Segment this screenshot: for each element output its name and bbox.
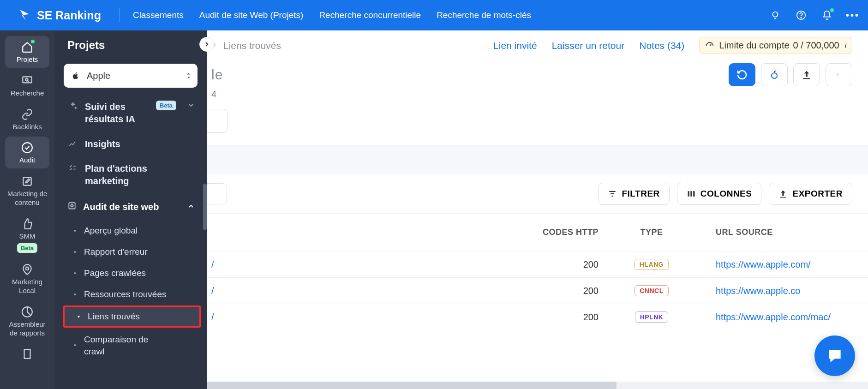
account-limit-badge[interactable]: Limite du compte 0 / 700,000 i: [699, 37, 852, 54]
link-laisser-retour[interactable]: Laisser un retour: [552, 40, 625, 51]
cell-type: CNNCL: [599, 285, 705, 296]
menu-label: Insights: [85, 139, 120, 150]
nav-recherche-mots-cles[interactable]: Recherche de mots-clés: [437, 10, 531, 20]
menu-insights[interactable]: Insights: [54, 132, 204, 156]
collapse-panel-button[interactable]: [199, 37, 214, 52]
bell-icon[interactable]: [821, 9, 833, 21]
side-panel-title: Projets: [67, 39, 105, 52]
sub-label: Rapport d'erreur: [84, 247, 148, 257]
export-label: EXPORTER: [792, 189, 843, 199]
svg-point-19: [838, 74, 838, 75]
side-scrollbar[interactable]: [203, 184, 207, 387]
svg-point-17: [775, 71, 777, 72]
filter-area: [207, 107, 868, 146]
link-notes[interactable]: Notes (34): [639, 40, 684, 51]
analysis-button[interactable]: [761, 63, 788, 86]
rail-label: Recherche: [11, 89, 44, 98]
sub-label: Ressources trouvées: [84, 289, 166, 299]
export-button[interactable]: EXPORTER: [769, 183, 852, 205]
sub-label: Aperçu global: [84, 226, 138, 236]
refresh-button[interactable]: [729, 63, 755, 86]
sub-apercu-global[interactable]: Aperçu global: [60, 220, 204, 241]
source-link[interactable]: https://www.apple.co: [716, 286, 800, 296]
cell-url-fragment[interactable]: /: [211, 312, 214, 323]
tag-input[interactable]: [207, 109, 228, 133]
chat-button[interactable]: [814, 335, 855, 376]
svg-line-6: [28, 81, 29, 82]
menu-suivi-resultats-ia[interactable]: Suivi des résultats IA Beta: [54, 94, 204, 132]
source-link[interactable]: https://www.apple.com/: [716, 259, 811, 269]
top-header: SE Ranking Classements Audit de site Web…: [0, 0, 868, 30]
trend-icon: [67, 138, 78, 150]
more-icon[interactable]: •••: [847, 9, 859, 21]
rail-label: SMM: [19, 232, 36, 241]
rail-marketing-contenu[interactable]: Marketing de contenu: [5, 170, 49, 211]
sub-liens-trouves[interactable]: Liens trouvés: [64, 306, 200, 327]
columns-button[interactable]: COLONNES: [677, 183, 762, 205]
rail-assembleur-rapports[interactable]: Assembleur de rapports: [5, 301, 49, 341]
rail-recherche[interactable]: Recherche: [5, 70, 49, 102]
more-button[interactable]: [826, 63, 852, 86]
cell-url-source: https://www.apple.com/mac/: [705, 312, 852, 323]
tool-buttons: [729, 63, 852, 86]
cell-url-source: https://www.apple.com/: [705, 259, 852, 270]
scrollbar-thumb[interactable]: [203, 184, 207, 230]
actions-right: FILTRER COLONNES EXPORTER: [598, 183, 852, 205]
columns-label: COLONNES: [700, 189, 752, 199]
sub-ressources-trouvees[interactable]: Ressources trouvées: [60, 284, 204, 305]
table-row: / 200 CNNCL https://www.apple.co: [207, 277, 868, 304]
header-divider: [120, 8, 120, 22]
upload-button[interactable]: [793, 63, 820, 86]
nav-recherche-concurrentielle[interactable]: Recherche concurrentielle: [319, 10, 421, 20]
source-link[interactable]: https://www.apple.com/mac/: [716, 312, 831, 322]
link-lien-invite[interactable]: Lien invité: [493, 40, 537, 51]
sub-rapport-erreur[interactable]: Rapport d'erreur: [60, 241, 204, 263]
th-type[interactable]: TYPE: [599, 227, 705, 237]
account-limit-label: Limite du compte: [719, 40, 789, 51]
svg-rect-25: [690, 191, 692, 197]
project-selector[interactable]: Apple: [64, 64, 198, 88]
cell-url-fragment[interactable]: /: [211, 259, 214, 270]
main-content: Liens trouvés Lien invité Laisser un ret…: [207, 30, 868, 389]
rail-smm[interactable]: SMM Beta: [5, 213, 49, 257]
rail-backlinks[interactable]: Backlinks: [5, 103, 49, 135]
filter-button[interactable]: FILTRER: [598, 183, 669, 205]
status-dot: [31, 40, 35, 43]
cell-type: HPLNK: [599, 311, 705, 323]
th-codes-http[interactable]: CODES HTTP: [492, 227, 599, 237]
brand-logo[interactable]: SE Ranking: [18, 9, 120, 22]
nav-audit-site-web[interactable]: Audit de site Web (Projets): [199, 10, 304, 20]
rail-label: Marketing Local: [7, 278, 48, 295]
section-audit-site-web[interactable]: Audit de site web: [54, 194, 204, 220]
building-icon: [21, 347, 34, 360]
th-url-source[interactable]: URL SOURCE: [705, 227, 852, 237]
sub-pages-crawlees[interactable]: Pages crawlées: [60, 263, 204, 284]
svg-rect-8: [23, 177, 31, 185]
help-icon[interactable]: [795, 9, 807, 21]
rail-audit[interactable]: Audit: [5, 137, 49, 168]
table-row: / 200 HLANG https://www.apple.com/: [207, 251, 868, 277]
nav-classements[interactable]: Classements: [133, 10, 184, 20]
breadcrumb-right: Lien invité Laisser un retour Notes (34)…: [493, 37, 852, 54]
sub-comparaison-crawl[interactable]: Comparaison de crawl: [60, 328, 204, 363]
cell-url-fragment[interactable]: /: [211, 286, 214, 296]
gauge-icon: [705, 41, 715, 51]
scrollbar-thumb[interactable]: [207, 382, 617, 389]
tag-badge[interactable]: [207, 183, 227, 204]
title-row: le: [207, 54, 868, 86]
rail-marketing-local[interactable]: Marketing Local: [5, 258, 49, 299]
type-badge: HPLNK: [635, 311, 669, 323]
account-limit-value: 0 / 700,000: [793, 40, 839, 51]
page-title: le: [211, 67, 223, 83]
side-panel: Projets Apple Suivi des résultats IA Bet…: [54, 30, 207, 389]
rail-projets[interactable]: Projets: [5, 36, 49, 68]
horizontal-scrollbar[interactable]: [207, 382, 868, 389]
menu-plan-actions-marketing[interactable]: Plan d'actions marketing: [54, 156, 204, 194]
cell-http-code: 200: [492, 259, 599, 270]
rail-extra[interactable]: [5, 343, 49, 360]
type-badge: CNNCL: [635, 285, 669, 296]
rail-label: Backlinks: [12, 123, 42, 132]
pin-icon: [21, 263, 34, 276]
lightbulb-icon[interactable]: [769, 9, 781, 21]
subtitle-date: 4: [207, 86, 868, 107]
